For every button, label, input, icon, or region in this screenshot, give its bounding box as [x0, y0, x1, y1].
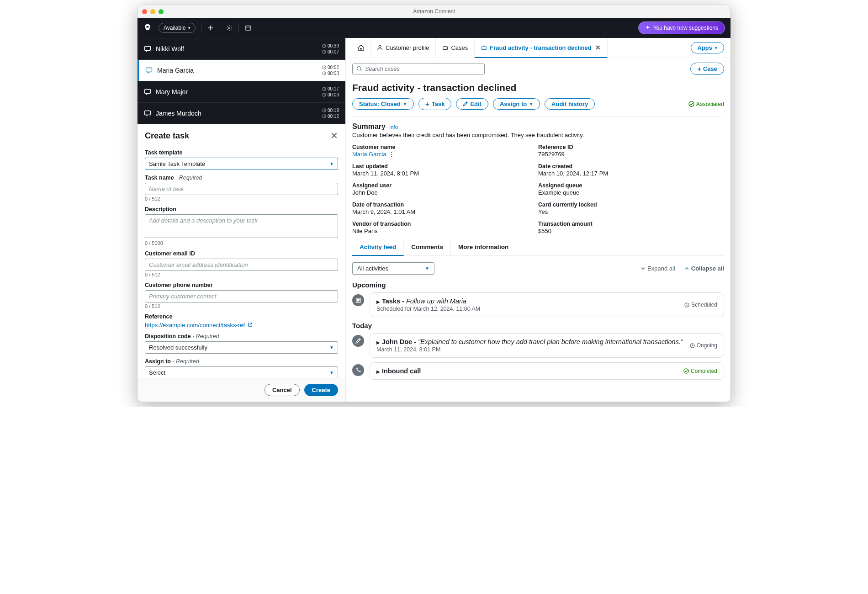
chevron-down-icon — [640, 266, 646, 271]
status-label: Status: Closed — [359, 101, 401, 107]
app-topbar: Available You have new suggestions — [138, 18, 730, 38]
email-input[interactable] — [145, 259, 338, 271]
activity-card[interactable]: ▶Tasks - Follow up with Maria Scheduled … — [370, 292, 724, 317]
disposition-select[interactable]: Resolved successfully▼ — [145, 341, 338, 354]
svg-point-14 — [379, 46, 381, 48]
contact-row[interactable]: Nikki Wolf 00:39 00:07 — [138, 38, 345, 59]
description-input[interactable] — [145, 214, 338, 238]
chat-icon — [144, 88, 151, 95]
activity-title: "Explained to customer how they add trav… — [418, 338, 683, 345]
clock-icon — [690, 343, 695, 348]
search-icon — [356, 66, 362, 72]
contact-timers: 00:52 00:03 — [322, 64, 339, 76]
tab-home[interactable] — [352, 38, 370, 58]
activity-card[interactable]: ▶Inbound call Completed — [370, 362, 724, 380]
create-task-panel: Create task ✕ Task template Samle Task T… — [138, 124, 345, 402]
summary-heading: Summary — [352, 122, 386, 131]
apps-dropdown[interactable]: Apps — [691, 42, 725, 53]
subtab-more-information[interactable]: More information — [451, 239, 516, 255]
svg-rect-2 — [145, 47, 151, 51]
task-name-input[interactable] — [145, 183, 338, 195]
task-button[interactable]: +Task — [418, 98, 451, 110]
activity-subtitle: Scheduled for March 12, 2024, 11:00 AM — [376, 306, 684, 312]
task-name-label: Task name - Required — [145, 175, 338, 181]
contact-name: Maria Garcia — [157, 67, 318, 74]
reference-label: Reference — [145, 313, 338, 320]
call-badge-icon — [352, 364, 364, 376]
activity-subtitle: March 11, 2024, 8:01 PM — [376, 346, 690, 353]
kv-vendor: Vendor of transactionNile Paris — [352, 221, 538, 234]
assign-to-value: Select — [149, 369, 165, 376]
reference-link[interactable]: https://example.com/connect/tasks-ref — [145, 322, 253, 329]
svg-rect-11 — [145, 111, 151, 115]
section-today: Today — [352, 322, 724, 329]
kv-amount: Transaction amount$550 — [538, 221, 724, 234]
contact-row[interactable]: Mary Major 00:17 00:03 — [138, 81, 345, 102]
task-template-label: Task template — [145, 149, 338, 156]
contact-name: James Murdoch — [156, 110, 318, 117]
create-button[interactable]: Create — [304, 384, 338, 396]
phone-input[interactable] — [145, 290, 338, 302]
task-template-select[interactable]: Samle Task Template▼ — [145, 158, 338, 170]
activity-filter-select[interactable]: All activities▼ — [352, 262, 434, 275]
kv-assigned-queue: Assigned queueExample queue — [538, 182, 724, 196]
activity-status: Ongoing — [690, 338, 717, 353]
person-icon — [377, 45, 383, 51]
info-link[interactable]: Info — [389, 124, 398, 130]
task-badge-icon — [352, 294, 364, 306]
email-counter: 0 / 512 — [145, 272, 338, 277]
external-link-icon — [248, 322, 253, 327]
customer-name-link[interactable]: Maria Garcia — [352, 151, 386, 158]
close-icon[interactable]: ✕ — [330, 130, 338, 141]
status-dropdown[interactable]: Status: Closed▼ — [352, 98, 414, 110]
main-area: Customer profile Cases Fraud activity - … — [345, 38, 730, 402]
phone-label: Customer phone number — [145, 282, 338, 288]
edit-badge-icon — [352, 335, 364, 347]
tab-customer-profile[interactable]: Customer profile — [370, 38, 436, 58]
contact-list: Nikki Wolf 00:39 00:07 Maria Garcia 00:5… — [138, 38, 345, 124]
contact-row[interactable]: James Murdoch 00:19 00:12 — [138, 102, 345, 124]
collapse-all-button[interactable]: Collapse all — [684, 265, 724, 272]
contact-row[interactable]: Maria Garcia 00:52 00:03 — [138, 59, 345, 81]
kv-card-locked: Card currently lockedYes — [538, 202, 724, 215]
edit-label: Edit — [470, 101, 482, 107]
assign-to-label: Assign to - Required — [145, 358, 338, 365]
summary-description: Customer believes their credit card has … — [352, 132, 724, 138]
pencil-icon — [463, 101, 468, 106]
gear-icon[interactable] — [226, 24, 233, 32]
activity-status: Scheduled — [684, 297, 717, 312]
check-circle-icon — [688, 101, 694, 107]
description-label: Description — [145, 206, 338, 212]
suggestions-button[interactable]: You have new suggestions — [638, 21, 725, 34]
chat-icon — [144, 45, 151, 53]
audit-history-button[interactable]: Audit history — [545, 98, 595, 110]
subtab-activity-feed[interactable]: Activity feed — [352, 239, 404, 256]
tab-close-icon[interactable]: ✕ — [595, 44, 601, 51]
chevron-up-icon — [684, 266, 689, 271]
audit-label: Audit history — [551, 101, 588, 107]
svg-point-0 — [229, 27, 231, 29]
add-icon[interactable] — [207, 24, 214, 32]
check-circle-icon — [683, 368, 689, 374]
calendar-icon[interactable] — [244, 24, 252, 32]
suggestions-label: You have new suggestions — [653, 25, 718, 31]
task-template-value: Samle Task Template — [149, 160, 205, 167]
cancel-button[interactable]: Cancel — [265, 384, 300, 396]
new-case-button[interactable]: +Case — [690, 63, 724, 75]
svg-rect-8 — [145, 90, 151, 94]
activity-card[interactable]: ▶John Doe - "Explained to customer how t… — [370, 333, 724, 358]
assign-to-select[interactable]: Select▼ — [145, 366, 338, 378]
agent-status-dropdown[interactable]: Available — [159, 23, 196, 33]
expand-all-button[interactable]: Expand all — [640, 265, 675, 272]
app-logo-icon — [143, 23, 153, 33]
kebab-icon[interactable]: ⋮ — [389, 151, 395, 158]
tab-cases[interactable]: Cases — [436, 38, 475, 58]
subtab-comments[interactable]: Comments — [404, 239, 451, 255]
assign-to-dropdown[interactable]: Assign to▼ — [493, 98, 540, 110]
briefcase-icon — [481, 45, 487, 51]
tab-fraud-activity[interactable]: Fraud activity - transaction declined✕ — [475, 38, 608, 58]
search-input[interactable]: Search cases — [352, 64, 485, 74]
edit-button[interactable]: Edit — [456, 98, 488, 110]
activity-status: Completed — [683, 367, 717, 375]
contact-timers: 00:39 00:07 — [322, 43, 339, 55]
